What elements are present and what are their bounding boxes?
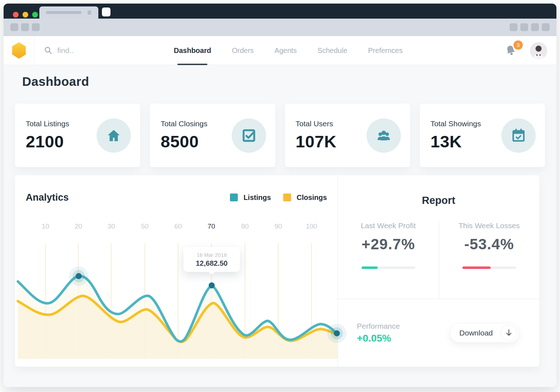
metric-label: Last Week Profit: [338, 221, 439, 230]
performance-block: Performance +0.05%: [357, 322, 400, 344]
stat-label: Total Users: [296, 119, 337, 128]
download-button[interactable]: Download: [450, 323, 519, 343]
hexagon-logo-icon: [11, 42, 26, 59]
logo-container[interactable]: [4, 36, 34, 65]
tab-title-placeholder: [46, 11, 82, 14]
nav-item-orders[interactable]: Orders: [232, 36, 254, 65]
x-axis-ticks: 10 20 30 50 60 70 80 90 100: [18, 222, 338, 232]
report-title: Report: [338, 195, 539, 206]
nav-item-schedule[interactable]: Schedule: [318, 36, 347, 65]
stat-card-total-showings[interactable]: Total Showings 13K: [420, 104, 545, 167]
data-point-3[interactable]: [327, 324, 347, 343]
traffic-lights: [13, 12, 38, 18]
stat-card-total-listings[interactable]: Total Listings 2100: [15, 104, 140, 167]
close-window-button[interactable]: [13, 12, 19, 18]
analytics-section: Analytics Listings Closings: [15, 175, 338, 367]
extensions-button[interactable]: [510, 23, 517, 31]
forward-button[interactable]: [21, 23, 29, 31]
back-button[interactable]: [10, 23, 18, 31]
analytics-chart-svg: [18, 235, 338, 359]
nav-label: Dashboard: [174, 46, 211, 55]
calendar-check-icon: [501, 118, 536, 153]
users-icon: [367, 118, 401, 153]
nav-label: Schedule: [318, 46, 347, 55]
metric-value: -53.4%: [439, 236, 540, 253]
analytics-title: Analytics: [26, 192, 69, 203]
download-arrow-icon: [501, 325, 517, 341]
metric-this-week-losses: This Week Losses -53.4%: [439, 221, 540, 299]
search-icon: [44, 46, 53, 55]
browser-tab[interactable]: [39, 6, 98, 19]
x-tick: 80: [241, 222, 249, 230]
tooltip-value: 12,682.50: [187, 259, 236, 268]
data-point-1[interactable]: [69, 266, 88, 286]
nav-label: Orders: [232, 46, 254, 55]
tab-favicon: [88, 10, 91, 15]
browser-toolbar: [4, 19, 556, 36]
stat-card-total-closings[interactable]: Total Closings 8500: [150, 104, 275, 167]
stat-value: 8500: [161, 132, 207, 151]
tooltip-date: 16 Mar 2018: [187, 252, 236, 258]
stat-value: 107K: [296, 132, 337, 151]
browser-titlebar: [4, 4, 556, 19]
metric-last-week-profit: Last Week Profit +29.7%: [338, 221, 439, 299]
legend-label: Closings: [297, 193, 327, 202]
search-container: [34, 36, 152, 65]
home-icon: [97, 118, 131, 153]
chart-legend: Listings Closings: [230, 193, 327, 202]
line-chart: 16 Mar 2018 12,682.50: [18, 235, 338, 359]
performance-label: Performance: [357, 322, 400, 330]
legend-label: Listings: [244, 193, 271, 202]
stat-value: 2100: [26, 132, 69, 151]
page-title: Dashboard: [22, 74, 89, 89]
main-nav: Dashboard Orders Agents Schedule Prefern…: [174, 36, 403, 65]
x-tick: 10: [41, 222, 49, 230]
chart-tooltip[interactable]: 16 Mar 2018 12,682.50: [183, 247, 240, 272]
stat-label: Total Showings: [431, 119, 481, 128]
x-tick-active: 70: [207, 222, 215, 230]
data-point-2[interactable]: [209, 283, 215, 289]
user-avatar[interactable]: [530, 42, 547, 59]
avatar-photo: [530, 42, 547, 59]
stat-card-total-users[interactable]: Total Users 107K: [285, 104, 410, 167]
stat-label: Total Listings: [26, 119, 69, 128]
nav-item-preferences[interactable]: Prefernces: [368, 36, 403, 65]
menu-button[interactable]: [542, 23, 550, 31]
legend-item-listings[interactable]: Listings: [230, 193, 271, 202]
legend-item-closings[interactable]: Closings: [283, 193, 327, 202]
zoom-window-button[interactable]: [32, 12, 38, 18]
stat-value: 13K: [431, 132, 481, 151]
profit-progress-bar: [362, 266, 415, 269]
metric-value: +29.7%: [338, 236, 439, 253]
listings-swatch: [230, 193, 238, 201]
nav-item-dashboard[interactable]: Dashboard: [174, 36, 211, 65]
new-tab-button[interactable]: [102, 8, 110, 16]
analytics-report-card: Analytics Listings Closings: [15, 175, 539, 367]
search-input[interactable]: [57, 46, 129, 55]
check-square-icon: [232, 118, 266, 153]
nav-item-agents[interactable]: Agents: [275, 36, 297, 65]
metric-label: This Week Losses: [439, 221, 540, 230]
stat-label: Total Closings: [161, 119, 207, 128]
nav-label: Prefernces: [368, 46, 403, 55]
performance-value: +0.05%: [357, 333, 400, 344]
reload-button[interactable]: [32, 23, 40, 31]
losses-progress-bar: [462, 266, 516, 269]
download-label: Download: [460, 329, 493, 337]
profit-progress-fill: [362, 266, 378, 269]
x-tick: 50: [141, 222, 148, 230]
minimize-window-button[interactable]: [23, 12, 28, 18]
x-tick: 100: [306, 222, 317, 230]
notifications-button[interactable]: 3: [505, 44, 518, 58]
notification-badge: 3: [514, 40, 523, 50]
x-tick: 20: [74, 222, 82, 230]
x-tick: 90: [274, 222, 282, 230]
share-button[interactable]: [520, 23, 528, 31]
dashboard-page: Dashboard Total Listings 2100: [4, 65, 556, 387]
report-section: Report Last Week Profit +29.7% This Week…: [338, 175, 539, 367]
browser-window: Dashboard Orders Agents Schedule Prefern…: [4, 4, 556, 387]
app-header: Dashboard Orders Agents Schedule Prefern…: [4, 36, 556, 65]
x-tick: 60: [174, 222, 182, 230]
downloads-button[interactable]: [531, 23, 539, 31]
stat-cards-row: Total Listings 2100 Total Closings 8500: [15, 104, 545, 167]
